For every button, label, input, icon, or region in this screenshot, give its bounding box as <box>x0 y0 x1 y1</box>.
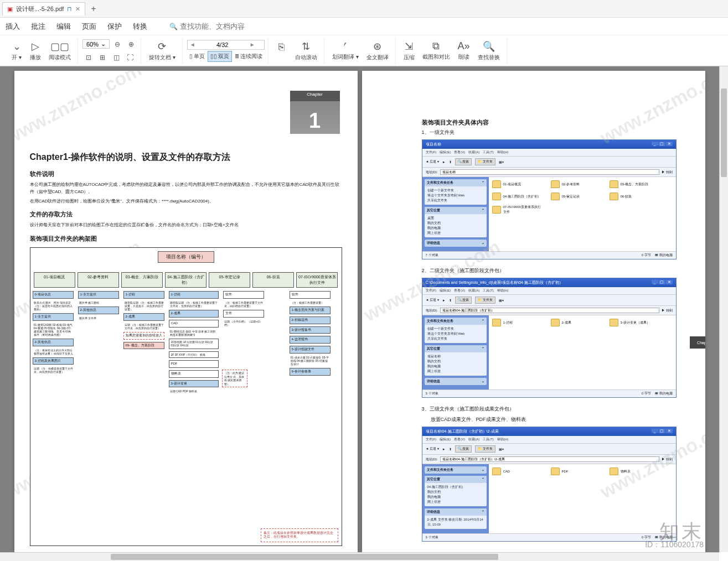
new-tab-button[interactable]: + <box>85 2 101 16</box>
next-page-button[interactable]: ► <box>247 41 257 48</box>
magnifier-icon: 🔍 <box>483 40 495 53</box>
pdf-icon: ▣ <box>7 6 13 13</box>
zoom-out-button[interactable]: ⊖ <box>111 38 123 50</box>
document-tab[interactable]: ▣ 设计研...-5-26.pdf ⊓ ✕ <box>2 2 85 15</box>
close-icon[interactable]: ✕ <box>75 6 80 13</box>
scroll-icon: ⇅ <box>302 40 310 53</box>
play-button[interactable]: ▷播放 <box>27 39 44 63</box>
open-menu-button[interactable]: ⌄开 ▾ <box>8 39 25 63</box>
tab-pin-icon[interactable]: ⊓ <box>67 6 72 13</box>
tab-bar: ▣ 设计研...-5-26.pdf ⊓ ✕ + <box>0 0 728 18</box>
word-translate-button[interactable]: ⎖划词翻译 ▾ <box>329 39 362 62</box>
compress-icon: ⇲ <box>405 40 413 53</box>
rotate-icon: ⟳ <box>158 40 166 53</box>
auto-scroll-button[interactable]: ⇅自动滚动 <box>292 39 321 63</box>
search-box[interactable]: 🔍 <box>169 22 263 30</box>
continuous-button[interactable]: ≣ 连续阅读 <box>233 51 265 62</box>
page-input[interactable]: ◄ ► <box>187 40 265 50</box>
menu-convert[interactable]: 转换 <box>133 22 147 32</box>
double-page-button[interactable]: ▯▯ 双页 <box>208 51 232 62</box>
globe-icon: ⊛ <box>373 40 381 53</box>
menu-annotate[interactable]: 批注 <box>31 22 45 32</box>
page-number-field[interactable] <box>198 40 247 49</box>
read-aloud-button[interactable]: A»朗读 <box>455 39 473 62</box>
find-replace-button[interactable]: 🔍查找替换 <box>474 39 503 63</box>
fit-page-button[interactable]: ⊞ <box>96 51 109 64</box>
search-input[interactable] <box>180 22 263 30</box>
full-translate-button[interactable]: ⊛全文翻译 <box>363 39 392 63</box>
fit-width-button[interactable]: ⊡ <box>82 51 95 64</box>
book-icon: ▢▢ <box>50 40 69 53</box>
zoom-in-button[interactable]: ⊕ <box>125 38 137 50</box>
rotate-doc-button[interactable]: ⟳旋转文档 ▾ <box>146 39 179 63</box>
menu-page[interactable]: 页面 <box>82 22 96 32</box>
menu-edit[interactable]: 编辑 <box>56 22 71 32</box>
screenshot-compare-button[interactable]: ⧉截图和对比 <box>419 39 453 62</box>
menu-insert[interactable]: 插入 <box>6 22 20 32</box>
toolbar: ⌄开 ▾ ▷播放 ▢▢阅读模式 60%⌄ ⊖ ⊕ ⊡ ⊞ ◫ ⛶ ⟳旋转文档 ▾… <box>0 35 728 66</box>
bookmark-button[interactable]: ⎘ <box>273 40 291 61</box>
chevron-down-icon: ⌄ <box>101 40 106 48</box>
marquee-zoom-button[interactable]: ⛶ <box>124 51 136 64</box>
read-mode-button[interactable]: ▢▢阅读模式 <box>45 39 74 63</box>
actual-size-button[interactable]: ◫ <box>110 51 122 64</box>
prev-page-button[interactable]: ◄ <box>188 41 198 48</box>
translate-icon: ⎖ <box>342 40 348 52</box>
tab-title: 设计研...-5-26.pdf <box>16 5 64 13</box>
menu-bar: 插入 批注 编辑 页面 保护 转换 🔍 <box>0 18 728 35</box>
crop-icon: ⧉ <box>432 40 440 52</box>
zoom-select[interactable]: 60%⌄ <box>82 39 110 49</box>
single-page-button[interactable]: ▯ 单页 <box>187 51 207 62</box>
play-icon: ▷ <box>32 40 39 53</box>
chevron-down-icon: ⌄ <box>13 40 21 53</box>
menu-protect[interactable]: 保护 <box>107 22 122 32</box>
search-icon: 🔍 <box>169 23 178 30</box>
speaker-icon: A» <box>458 40 470 52</box>
bookmark-icon: ⎘ <box>278 41 285 53</box>
compress-button[interactable]: ⇲压缩 <box>400 39 418 63</box>
